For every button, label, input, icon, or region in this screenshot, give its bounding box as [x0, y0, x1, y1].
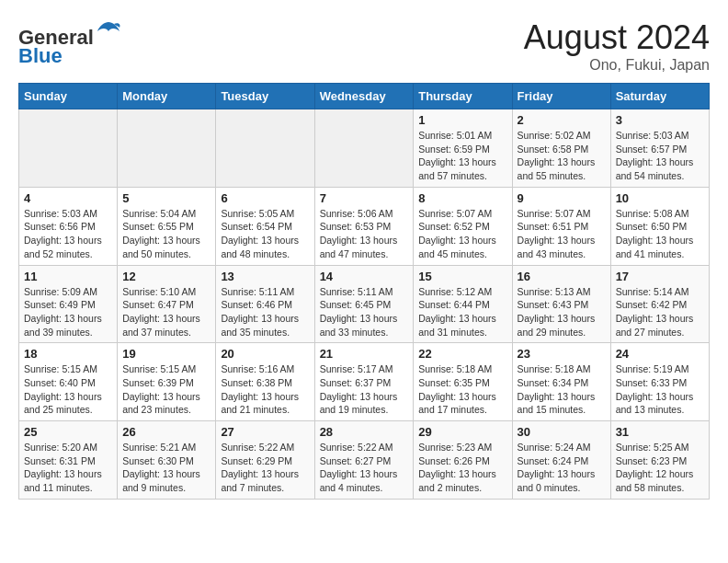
day-number: 18	[24, 347, 112, 361]
calendar-cell: 20Sunrise: 5:16 AM Sunset: 6:38 PM Dayli…	[216, 343, 314, 421]
page-header: General Blue August 2024 Ono, Fukui, Jap…	[18, 18, 710, 74]
day-info: Sunrise: 5:18 AM Sunset: 6:35 PM Dayligh…	[418, 362, 506, 417]
calendar-cell: 31Sunrise: 5:25 AM Sunset: 6:23 PM Dayli…	[610, 421, 709, 500]
calendar-table: SundayMondayTuesdayWednesdayThursdayFrid…	[18, 83, 710, 500]
day-info: Sunrise: 5:16 AM Sunset: 6:38 PM Dayligh…	[221, 362, 309, 417]
calendar-cell: 23Sunrise: 5:18 AM Sunset: 6:34 PM Dayli…	[512, 343, 610, 421]
day-info: Sunrise: 5:17 AM Sunset: 6:37 PM Dayligh…	[320, 362, 409, 417]
day-number: 4	[24, 191, 112, 205]
day-info: Sunrise: 5:23 AM Sunset: 6:26 PM Dayligh…	[418, 441, 506, 495]
calendar-cell: 9Sunrise: 5:07 AM Sunset: 6:51 PM Daylig…	[512, 187, 610, 265]
day-number: 21	[320, 347, 409, 361]
day-number: 5	[122, 191, 210, 205]
day-number: 22	[418, 347, 506, 361]
calendar-cell	[19, 109, 118, 188]
day-info: Sunrise: 5:14 AM Sunset: 6:42 PM Dayligh…	[616, 285, 704, 339]
day-number: 31	[616, 425, 704, 439]
day-number: 9	[518, 191, 606, 205]
day-info: Sunrise: 5:07 AM Sunset: 6:51 PM Dayligh…	[518, 207, 606, 261]
calendar-cell: 19Sunrise: 5:15 AM Sunset: 6:39 PM Dayli…	[118, 343, 216, 421]
day-info: Sunrise: 5:24 AM Sunset: 6:24 PM Dayligh…	[518, 441, 606, 495]
day-info: Sunrise: 5:05 AM Sunset: 6:54 PM Dayligh…	[221, 207, 309, 261]
day-info: Sunrise: 5:10 AM Sunset: 6:47 PM Dayligh…	[122, 285, 210, 339]
weekday-header-saturday: Saturday	[610, 84, 709, 109]
calendar-cell	[118, 109, 216, 188]
calendar-cell: 21Sunrise: 5:17 AM Sunset: 6:37 PM Dayli…	[314, 343, 414, 421]
weekday-header-wednesday: Wednesday	[314, 84, 414, 109]
day-number: 20	[221, 347, 309, 361]
weekday-header-thursday: Thursday	[414, 84, 512, 109]
calendar-cell: 12Sunrise: 5:10 AM Sunset: 6:47 PM Dayli…	[118, 265, 216, 343]
day-number: 27	[221, 425, 309, 439]
month-year-title: August 2024	[524, 18, 710, 57]
calendar-cell: 13Sunrise: 5:11 AM Sunset: 6:46 PM Dayli…	[216, 265, 314, 343]
day-number: 15	[418, 270, 506, 283]
day-number: 26	[122, 425, 210, 439]
week-row-2: 4Sunrise: 5:03 AM Sunset: 6:56 PM Daylig…	[19, 187, 710, 265]
day-number: 30	[518, 425, 606, 439]
day-number: 28	[320, 425, 409, 439]
day-info: Sunrise: 5:22 AM Sunset: 6:27 PM Dayligh…	[320, 441, 409, 495]
day-number: 11	[24, 270, 112, 283]
day-number: 3	[616, 113, 704, 127]
calendar-cell: 11Sunrise: 5:09 AM Sunset: 6:49 PM Dayli…	[19, 265, 118, 343]
calendar-cell: 26Sunrise: 5:21 AM Sunset: 6:30 PM Dayli…	[118, 421, 216, 500]
calendar-cell: 28Sunrise: 5:22 AM Sunset: 6:27 PM Dayli…	[314, 421, 414, 500]
weekday-header-friday: Friday	[512, 84, 610, 109]
day-info: Sunrise: 5:12 AM Sunset: 6:44 PM Dayligh…	[418, 285, 506, 339]
day-info: Sunrise: 5:15 AM Sunset: 6:39 PM Dayligh…	[122, 362, 210, 417]
week-row-5: 25Sunrise: 5:20 AM Sunset: 6:31 PM Dayli…	[19, 421, 710, 500]
title-block: August 2024 Ono, Fukui, Japan	[524, 18, 710, 74]
day-number: 29	[418, 425, 506, 439]
calendar-body: 1Sunrise: 5:01 AM Sunset: 6:59 PM Daylig…	[19, 109, 710, 500]
calendar-cell	[314, 109, 414, 188]
calendar-cell: 6Sunrise: 5:05 AM Sunset: 6:54 PM Daylig…	[216, 187, 314, 265]
day-number: 7	[320, 191, 409, 205]
day-info: Sunrise: 5:02 AM Sunset: 6:58 PM Dayligh…	[518, 129, 606, 183]
day-number: 8	[418, 191, 506, 205]
weekday-header-sunday: Sunday	[19, 84, 118, 109]
week-row-4: 18Sunrise: 5:15 AM Sunset: 6:40 PM Dayli…	[19, 343, 710, 421]
day-info: Sunrise: 5:01 AM Sunset: 6:59 PM Dayligh…	[418, 129, 506, 183]
day-info: Sunrise: 5:22 AM Sunset: 6:29 PM Dayligh…	[221, 441, 309, 495]
calendar-header: SundayMondayTuesdayWednesdayThursdayFrid…	[19, 84, 710, 109]
day-info: Sunrise: 5:21 AM Sunset: 6:30 PM Dayligh…	[122, 441, 210, 495]
day-number: 1	[418, 113, 506, 127]
day-info: Sunrise: 5:03 AM Sunset: 6:56 PM Dayligh…	[24, 207, 112, 261]
logo-blue: Blue	[18, 44, 63, 67]
calendar-cell: 29Sunrise: 5:23 AM Sunset: 6:26 PM Dayli…	[414, 421, 512, 500]
calendar-cell: 18Sunrise: 5:15 AM Sunset: 6:40 PM Dayli…	[19, 343, 118, 421]
day-number: 14	[320, 270, 409, 283]
calendar-cell: 30Sunrise: 5:24 AM Sunset: 6:24 PM Dayli…	[512, 421, 610, 500]
calendar-cell: 17Sunrise: 5:14 AM Sunset: 6:42 PM Dayli…	[610, 265, 709, 343]
day-number: 24	[616, 347, 704, 361]
day-info: Sunrise: 5:03 AM Sunset: 6:57 PM Dayligh…	[616, 129, 704, 183]
day-info: Sunrise: 5:09 AM Sunset: 6:49 PM Dayligh…	[24, 285, 112, 339]
calendar-cell: 7Sunrise: 5:06 AM Sunset: 6:53 PM Daylig…	[314, 187, 414, 265]
day-info: Sunrise: 5:08 AM Sunset: 6:50 PM Dayligh…	[616, 207, 704, 261]
day-info: Sunrise: 5:19 AM Sunset: 6:33 PM Dayligh…	[616, 362, 704, 417]
calendar-cell: 27Sunrise: 5:22 AM Sunset: 6:29 PM Dayli…	[216, 421, 314, 500]
day-info: Sunrise: 5:11 AM Sunset: 6:46 PM Dayligh…	[221, 285, 309, 339]
calendar-cell: 14Sunrise: 5:11 AM Sunset: 6:45 PM Dayli…	[314, 265, 414, 343]
week-row-3: 11Sunrise: 5:09 AM Sunset: 6:49 PM Dayli…	[19, 265, 710, 343]
calendar-cell: 15Sunrise: 5:12 AM Sunset: 6:44 PM Dayli…	[414, 265, 512, 343]
calendar-cell: 1Sunrise: 5:01 AM Sunset: 6:59 PM Daylig…	[414, 109, 512, 188]
day-number: 16	[518, 270, 606, 283]
day-number: 25	[24, 425, 112, 439]
day-info: Sunrise: 5:06 AM Sunset: 6:53 PM Dayligh…	[320, 207, 409, 261]
day-info: Sunrise: 5:04 AM Sunset: 6:55 PM Dayligh…	[122, 207, 210, 261]
week-row-1: 1Sunrise: 5:01 AM Sunset: 6:59 PM Daylig…	[19, 109, 710, 188]
calendar-cell: 5Sunrise: 5:04 AM Sunset: 6:55 PM Daylig…	[118, 187, 216, 265]
day-number: 19	[122, 347, 210, 361]
calendar-cell: 4Sunrise: 5:03 AM Sunset: 6:56 PM Daylig…	[19, 187, 118, 265]
day-info: Sunrise: 5:13 AM Sunset: 6:43 PM Dayligh…	[518, 285, 606, 339]
day-number: 13	[221, 270, 309, 283]
calendar-cell: 10Sunrise: 5:08 AM Sunset: 6:50 PM Dayli…	[610, 187, 709, 265]
weekday-header-row: SundayMondayTuesdayWednesdayThursdayFrid…	[19, 84, 710, 109]
day-info: Sunrise: 5:18 AM Sunset: 6:34 PM Dayligh…	[518, 362, 606, 417]
location-subtitle: Ono, Fukui, Japan	[524, 57, 710, 74]
weekday-header-monday: Monday	[118, 84, 216, 109]
logo-bird-icon	[96, 18, 121, 44]
calendar-cell: 8Sunrise: 5:07 AM Sunset: 6:52 PM Daylig…	[414, 187, 512, 265]
